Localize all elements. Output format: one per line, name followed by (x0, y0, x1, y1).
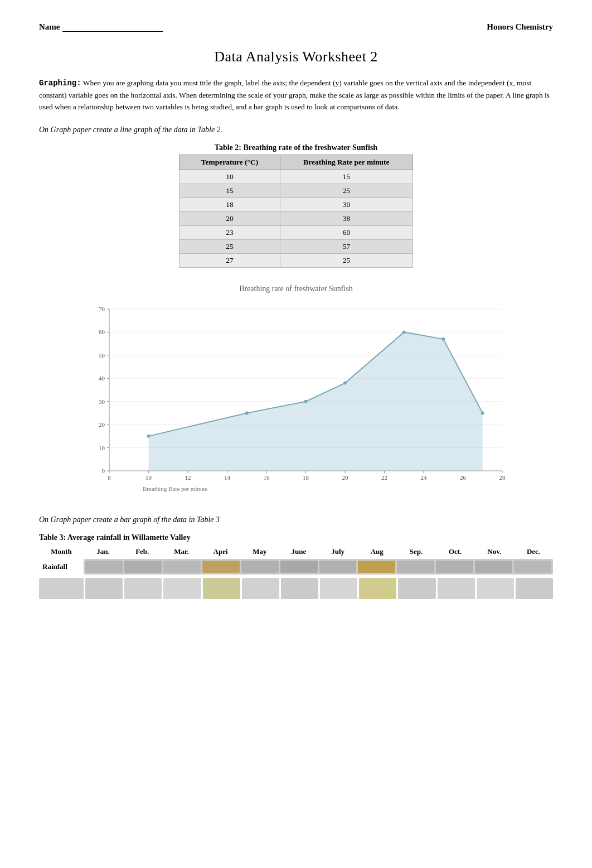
table2-col2-header: Breathing Rate per minute (280, 155, 413, 170)
table2-temp-cell: 10 (179, 170, 280, 184)
svg-text:40: 40 (99, 375, 105, 382)
table2-col1-header: Temperature (°C) (179, 155, 280, 170)
table3-month-col-mar: Mar. (162, 546, 201, 558)
table3-month-col-sep: Sep. (396, 546, 435, 558)
table2-temp-cell: 25 (179, 239, 280, 253)
table3-header-row: MonthJan.Feb.Mar.ApriMayJuneJulyAugSep.O… (39, 546, 553, 558)
course-label: Honors Chemistry (487, 22, 553, 32)
table3-month-col-jan: Jan. (84, 546, 123, 558)
table3-month-col-oct: Oct. (436, 546, 475, 558)
page-title: Data Analysis Worksheet 2 (39, 49, 553, 65)
name-field: Name (39, 22, 163, 32)
chart-section: Breathing rate of freshwater Sunfish 010… (39, 284, 553, 499)
svg-text:12: 12 (185, 474, 191, 481)
table2-temp-cell: 27 (179, 253, 280, 267)
table3-month-header: Month (39, 546, 84, 558)
table3-month-col-dec: Dec. (514, 546, 553, 558)
svg-point-50 (245, 411, 249, 414)
name-label: Name (39, 22, 60, 31)
svg-text:30: 30 (99, 398, 105, 404)
table2-temp-cell: 15 (179, 184, 280, 197)
svg-point-52 (343, 381, 347, 384)
svg-text:Breathing Rate per minute: Breathing Rate per minute (143, 485, 207, 492)
table3-title: Table 3: Average rainfall in Willamette … (39, 533, 553, 542)
name-underline-line (62, 31, 163, 32)
svg-text:8: 8 (108, 474, 111, 481)
table2-caption: Table 2: Breathing rate of the freshwate… (179, 143, 413, 155)
table3-month-col-may: May (240, 546, 279, 558)
table3-month-col-nov: Nov. (475, 546, 514, 558)
table3-section: Table 3: Average rainfall in Willamette … (39, 533, 553, 599)
table3-data-hint-row: Rainfall (39, 559, 553, 575)
page-header: Name Honors Chemistry (39, 22, 553, 32)
svg-text:20: 20 (342, 474, 349, 481)
blurred-block (85, 561, 123, 573)
table2: Table 2: Breathing rate of the freshwate… (179, 143, 413, 268)
svg-point-55 (481, 411, 484, 414)
table3-month-col-aug: Aug (357, 546, 396, 558)
table2-rate-cell: 25 (280, 184, 413, 197)
instruction-line-graph: On Graph paper create a line graph of th… (39, 126, 553, 134)
svg-text:50: 50 (99, 351, 105, 358)
table2-rate-cell: 15 (280, 170, 413, 184)
table2-temp-cell: 20 (179, 211, 280, 225)
chart-title: Breathing rate of freshwater Sunfish (39, 284, 553, 293)
table3-month-col-feb: Feb. (123, 546, 162, 558)
svg-point-49 (147, 434, 151, 437)
table2-rate-cell: 38 (280, 211, 413, 225)
svg-text:60: 60 (99, 329, 105, 335)
table3-month-col-june: June (279, 546, 318, 558)
table3-month-col-apri: Apri (201, 546, 240, 558)
chart-svg: 010203040506070810121416182022242628Brea… (79, 298, 513, 499)
svg-text:10: 10 (99, 444, 105, 451)
graphing-text: When you are graphing data you must titl… (39, 79, 550, 111)
svg-text:20: 20 (99, 421, 105, 428)
svg-point-53 (402, 330, 406, 334)
svg-text:28: 28 (499, 474, 506, 481)
table2-temp-cell: 18 (179, 197, 280, 211)
svg-point-54 (441, 337, 445, 340)
svg-text:22: 22 (381, 474, 387, 481)
table2-rate-cell: 30 (280, 197, 413, 211)
table3-month-col-july: July (318, 546, 357, 558)
svg-text:0: 0 (102, 467, 105, 474)
table2-temp-cell: 23 (179, 225, 280, 239)
table2-rate-cell: 57 (280, 239, 413, 253)
svg-text:24: 24 (421, 474, 428, 481)
svg-text:16: 16 (264, 474, 270, 481)
table3-rainfall-label: Rainfall (39, 561, 84, 573)
table2-rate-cell: 25 (280, 253, 413, 267)
svg-text:26: 26 (460, 474, 467, 481)
svg-text:70: 70 (99, 306, 105, 312)
graphing-label: Graphing: (39, 79, 81, 88)
graphing-description: Graphing: When you are graphing data you… (39, 78, 553, 113)
chart-wrapper: 010203040506070810121416182022242628Brea… (79, 298, 513, 499)
table2-rate-cell: 60 (280, 225, 413, 239)
table3-blurred-row2 (39, 578, 553, 599)
table2-container: Table 2: Breathing rate of the freshwate… (39, 143, 553, 268)
svg-point-51 (304, 399, 308, 403)
instruction-bar-graph: On Graph paper create a bar graph of the… (39, 515, 553, 524)
svg-text:14: 14 (224, 474, 231, 481)
svg-text:10: 10 (145, 474, 152, 481)
table3-blurred-data (84, 559, 553, 575)
svg-text:18: 18 (303, 474, 309, 481)
